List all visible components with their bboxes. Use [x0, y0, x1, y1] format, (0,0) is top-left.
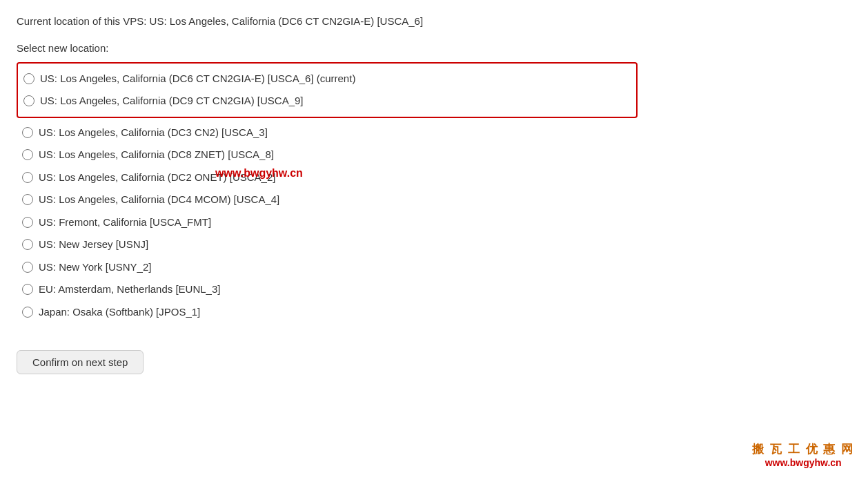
options-container: US: Los Angeles, California (DC6 CT CN2G… [17, 62, 638, 326]
radio-input-6[interactable] [22, 194, 33, 205]
radio-label-1[interactable]: US: Los Angeles, California (DC6 CT CN2G… [40, 71, 355, 87]
confirm-button[interactable]: Confirm on next step [17, 350, 144, 374]
radio-input-7[interactable] [22, 217, 33, 228]
non-highlighted-options: US: Los Angeles, California (DC3 CN2) [U… [17, 119, 638, 326]
radio-option-4[interactable]: US: Los Angeles, California (DC8 ZNET) [… [22, 144, 632, 166]
radio-input-3[interactable] [22, 127, 33, 138]
radio-label-11[interactable]: Japan: Osaka (Softbank) [JPOS_1] [39, 305, 200, 320]
radio-input-9[interactable] [22, 262, 33, 273]
radio-option-10[interactable]: EU: Amsterdam, Netherlands [EUNL_3] [22, 278, 632, 301]
radio-input-2[interactable] [23, 95, 34, 106]
watermark-line2: www.bwgyhw.cn [752, 457, 854, 468]
radio-input-10[interactable] [22, 284, 33, 295]
radio-option-7[interactable]: US: Fremont, California [USCA_FMT] [22, 211, 632, 234]
radio-input-1[interactable] [23, 73, 34, 84]
select-label: Select new location: [17, 42, 638, 54]
radio-label-3[interactable]: US: Los Angeles, California (DC3 CN2) [U… [39, 125, 268, 141]
radio-label-5[interactable]: US: Los Angeles, California (DC2 ONET) [… [39, 170, 275, 186]
watermark-bottom-right: 搬 瓦 工 优 惠 网 www.bwgyhw.cn [752, 441, 854, 468]
radio-option-11[interactable]: Japan: Osaka (Softbank) [JPOS_1] [22, 301, 632, 324]
highlighted-options-box: US: Los Angeles, California (DC6 CT CN2G… [17, 62, 638, 118]
radio-option-9[interactable]: US: New York [USNY_2] [22, 256, 632, 279]
radio-label-9[interactable]: US: New York [USNY_2] [39, 260, 151, 276]
radio-option-2[interactable]: US: Los Angeles, California (DC9 CT CN2G… [23, 90, 631, 113]
radio-label-4[interactable]: US: Los Angeles, California (DC8 ZNET) [… [39, 147, 274, 163]
radio-input-11[interactable] [22, 307, 33, 318]
radio-label-7[interactable]: US: Fremont, California [USCA_FMT] [39, 215, 211, 231]
radio-label-10[interactable]: EU: Amsterdam, Netherlands [EUNL_3] [39, 282, 220, 298]
radio-input-4[interactable] [22, 149, 33, 160]
radio-label-2[interactable]: US: Los Angeles, California (DC9 CT CN2G… [40, 93, 304, 109]
radio-label-6[interactable]: US: Los Angeles, California (DC4 MCOM) [… [39, 192, 279, 208]
watermark-line1: 搬 瓦 工 优 惠 网 [752, 441, 854, 457]
radio-option-6[interactable]: US: Los Angeles, California (DC4 MCOM) [… [22, 189, 632, 211]
radio-label-8[interactable]: US: New Jersey [USNJ] [39, 237, 148, 253]
radio-option-3[interactable]: US: Los Angeles, California (DC3 CN2) [U… [22, 122, 632, 144]
radio-option-1[interactable]: US: Los Angeles, California (DC6 CT CN2G… [23, 68, 631, 90]
radio-input-5[interactable] [22, 172, 33, 183]
page-container: Current location of this VPS: US: Los An… [17, 14, 638, 374]
radio-option-8[interactable]: US: New Jersey [USNJ] [22, 233, 632, 256]
radio-option-5[interactable]: US: Los Angeles, California (DC2 ONET) [… [22, 166, 632, 189]
current-location-text: Current location of this VPS: US: Los An… [17, 14, 638, 30]
radio-input-8[interactable] [22, 239, 33, 250]
